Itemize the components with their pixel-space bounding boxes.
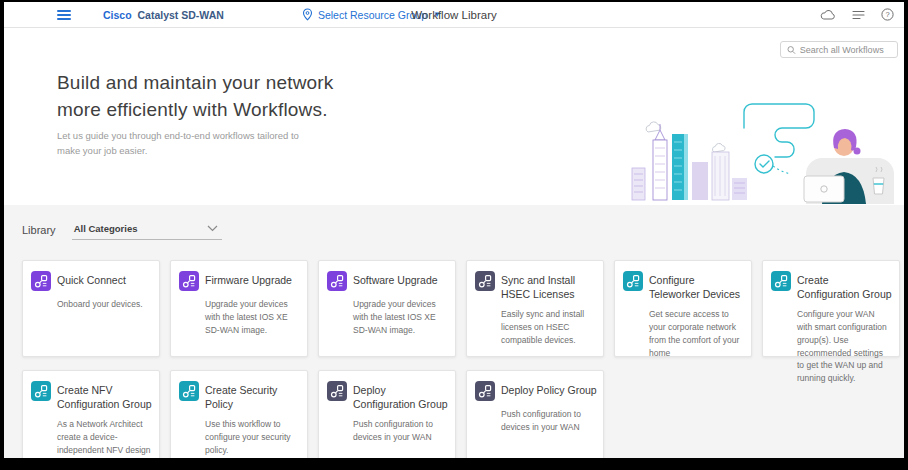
workflow-card-description: Use this workflow to configure your secu… xyxy=(205,418,299,456)
menu-icon[interactable] xyxy=(57,10,71,20)
laptop xyxy=(804,176,844,202)
workflow-icon xyxy=(623,271,643,291)
search-input[interactable] xyxy=(800,45,891,55)
workflow-card-grid: Quick Connect Onboard your devices. Firm… xyxy=(22,260,904,458)
search-box[interactable] xyxy=(780,41,898,58)
workflow-icon xyxy=(327,271,347,291)
workflow-card-title: Sync and Install HSEC Licenses xyxy=(501,271,597,301)
workflow-card[interactable]: Sync and Install HSEC Licenses Easily sy… xyxy=(466,260,604,357)
workflow-card-title: Configure Teleworker Devices xyxy=(649,271,745,301)
top-bar: Cisco Catalyst SD-WAN Select Resource Gr… xyxy=(4,2,904,28)
workflow-card-description: Easily sync and install licenses on HSEC… xyxy=(501,308,595,346)
workflow-icon xyxy=(31,271,51,291)
workflow-icon xyxy=(771,271,791,291)
tasks-icon[interactable] xyxy=(852,9,865,21)
chevron-down-icon xyxy=(207,225,218,232)
brand-product: Catalyst SD-WAN xyxy=(138,9,224,21)
workflow-card[interactable]: Create NFV Configuration Group As a Netw… xyxy=(22,370,160,458)
workflow-icon xyxy=(475,271,495,291)
workflow-card-description: Upgrade your devices with the latest IOS… xyxy=(353,298,447,336)
workflow-icon xyxy=(31,381,51,401)
workflow-card-description: Upgrade your devices with the latest IOS… xyxy=(205,298,299,336)
workflow-icon xyxy=(179,381,199,401)
workflow-card-title: Create NFV Configuration Group xyxy=(57,381,153,411)
workflow-card[interactable]: Create Security Policy Use this workflow… xyxy=(170,370,308,458)
library-header: Library All Categories xyxy=(22,221,904,240)
workflow-card[interactable]: Create Configuration Group Configure you… xyxy=(762,260,900,357)
page-title: Workflow Library xyxy=(411,9,496,21)
top-bar-actions: ? xyxy=(819,8,894,21)
category-filter-value: All Categories xyxy=(74,223,138,234)
hero-illustration xyxy=(626,94,898,204)
app-window: Cisco Catalyst SD-WAN Select Resource Gr… xyxy=(4,2,904,458)
library-label: Library xyxy=(22,224,56,240)
hero-title: Build and maintain your network more eff… xyxy=(57,70,334,124)
workflow-card[interactable]: Firmware Upgrade Upgrade your devices wi… xyxy=(170,260,308,357)
svg-text:?: ? xyxy=(885,10,889,19)
help-icon[interactable]: ? xyxy=(881,8,894,21)
workflow-card-title: Create Configuration Group xyxy=(797,271,893,301)
workflow-card[interactable]: Configure Teleworker Devices Get secure … xyxy=(614,260,752,357)
workflow-card-title: Deploy Configuration Group xyxy=(353,381,449,411)
workflow-card-description: Configure your WAN with smart configurat… xyxy=(797,308,891,385)
workflow-path xyxy=(744,104,814,174)
workflow-card-title: Create Security Policy xyxy=(205,381,301,411)
location-pin-icon xyxy=(302,8,313,21)
workflow-card-description: Push configuration to devices in your WA… xyxy=(353,418,447,444)
workflow-card-title: Deploy Policy Group xyxy=(501,381,597,397)
search-icon xyxy=(787,45,796,55)
brand-cisco: Cisco xyxy=(103,9,132,21)
library-section: Library All Categories Quick Connect Onb… xyxy=(4,205,904,458)
workflow-card[interactable]: Deploy Configuration Group Push configur… xyxy=(318,370,456,458)
workflow-card-title: Software Upgrade xyxy=(353,271,438,287)
workflow-card[interactable]: Deploy Policy Group Push configuration t… xyxy=(466,370,604,458)
workflow-card-title: Firmware Upgrade xyxy=(205,271,292,287)
workflow-card-description: Get secure access to your corporate netw… xyxy=(649,308,743,359)
workflow-icon xyxy=(475,381,495,401)
hero-section: Build and maintain your network more eff… xyxy=(4,28,904,204)
category-filter-dropdown[interactable]: All Categories xyxy=(72,221,222,240)
workflow-icon xyxy=(179,271,199,291)
workflow-card-description: As a Network Architect create a device-i… xyxy=(57,418,151,458)
workflow-card-description: Onboard your devices. xyxy=(57,298,151,311)
cloud-icon[interactable] xyxy=(819,8,836,21)
hero-subtitle: Let us guide you through end-to-end work… xyxy=(57,128,299,158)
brand-logo: Cisco Catalyst SD-WAN xyxy=(103,9,224,21)
workflow-card[interactable]: Quick Connect Onboard your devices. xyxy=(22,260,160,357)
workflow-card-title: Quick Connect xyxy=(57,271,126,287)
workflow-card[interactable]: Software Upgrade Upgrade your devices wi… xyxy=(318,260,456,357)
workflow-card-description: Push configuration to devices in your WA… xyxy=(501,408,595,434)
city-buildings xyxy=(632,124,747,200)
workflow-icon xyxy=(327,381,347,401)
